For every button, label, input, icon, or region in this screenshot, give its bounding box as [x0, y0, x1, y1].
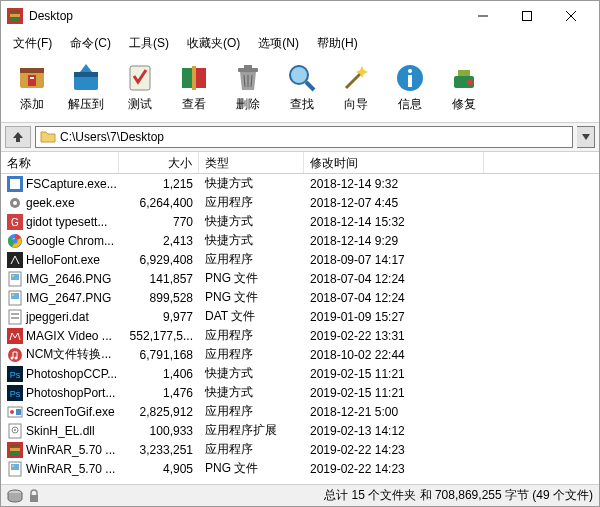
- file-row[interactable]: IMG_2646.PNG141,857PNG 文件2018-07-04 12:2…: [1, 269, 599, 288]
- svg-line-24: [306, 82, 314, 90]
- status-text: 总计 15 个文件夹 和 708,869,255 字节 (49 个文件): [324, 487, 593, 504]
- svg-rect-3: [10, 18, 20, 21]
- svg-text:Ps: Ps: [10, 370, 21, 380]
- file-size: 2,413: [119, 234, 199, 248]
- file-type: 快捷方式: [199, 365, 304, 382]
- file-row[interactable]: Google Chrom...2,413快捷方式2018-12-14 9:29: [1, 231, 599, 250]
- file-list: 名称 大小 类型 修改时间 FSCapture.exe...1,215快捷方式2…: [1, 152, 599, 484]
- maximize-button[interactable]: [505, 2, 549, 30]
- info-button[interactable]: 信息: [385, 57, 435, 118]
- file-date: 2019-02-15 11:21: [304, 367, 484, 381]
- find-button[interactable]: 查找: [277, 57, 327, 118]
- window-title: Desktop: [29, 9, 461, 23]
- file-name: MAGIX Video ...: [26, 329, 112, 343]
- wizard-button[interactable]: 向导: [331, 57, 381, 118]
- file-name: NCM文件转换...: [26, 346, 111, 363]
- col-size[interactable]: 大小: [119, 152, 199, 173]
- file-row[interactable]: FSCapture.exe...1,215快捷方式2018-12-14 9:32: [1, 174, 599, 193]
- svg-point-64: [14, 429, 16, 431]
- svg-rect-43: [11, 274, 19, 280]
- file-date: 2019-02-13 14:12: [304, 424, 484, 438]
- repair-button[interactable]: 修复: [439, 57, 489, 118]
- menu-bar: 文件(F) 命令(C) 工具(S) 收藏夹(O) 选项(N) 帮助(H): [1, 31, 599, 53]
- file-row[interactable]: PsPhotoshopPort...1,476快捷方式2019-02-15 11…: [1, 383, 599, 402]
- file-row[interactable]: ScreenToGif.exe2,825,912应用程序2018-12-21 5…: [1, 402, 599, 421]
- archive-add-icon: [16, 62, 48, 94]
- menu-favorites[interactable]: 收藏夹(O): [179, 33, 248, 51]
- file-row[interactable]: WinRAR_5.70 ...4,905PNG 文件2019-02-22 14:…: [1, 459, 599, 478]
- file-date: 2019-02-22 14:23: [304, 443, 484, 457]
- file-icon: [7, 195, 23, 211]
- file-icon: [7, 233, 23, 249]
- svg-rect-46: [11, 293, 19, 299]
- file-date: 2018-07-04 12:24: [304, 272, 484, 286]
- test-label: 测试: [128, 96, 152, 113]
- col-date[interactable]: 修改时间: [304, 152, 484, 173]
- close-button[interactable]: [549, 2, 593, 30]
- file-name: ScreenToGif.exe: [26, 405, 115, 419]
- file-size: 4,905: [119, 462, 199, 476]
- file-icon: [7, 461, 23, 477]
- path-dropdown-button[interactable]: [577, 126, 595, 148]
- file-date: 2019-02-22 13:31: [304, 329, 484, 343]
- file-row[interactable]: IMG_2647.PNG899,528PNG 文件2018-07-04 12:2…: [1, 288, 599, 307]
- svg-point-54: [15, 356, 18, 359]
- file-name: WinRAR_5.70 ...: [26, 462, 115, 476]
- menu-help[interactable]: 帮助(H): [309, 33, 366, 51]
- svg-rect-28: [408, 75, 412, 87]
- file-size: 6,264,400: [119, 196, 199, 210]
- minimize-button[interactable]: [461, 2, 505, 30]
- col-name[interactable]: 名称: [1, 152, 119, 173]
- svg-point-60: [10, 410, 14, 414]
- add-button[interactable]: 添加: [7, 57, 57, 118]
- extract-button[interactable]: 解压到: [61, 57, 111, 118]
- view-icon: [178, 62, 210, 94]
- file-size: 3,233,251: [119, 443, 199, 457]
- file-row[interactable]: SkinH_EL.dll100,933应用程序扩展2019-02-13 14:1…: [1, 421, 599, 440]
- file-name: jpeggeri.dat: [26, 310, 89, 324]
- file-name: PhotoshopPort...: [26, 386, 115, 400]
- file-row[interactable]: jpeggeri.dat9,977DAT 文件2019-01-09 15:27: [1, 307, 599, 326]
- svg-point-27: [408, 69, 412, 73]
- file-size: 100,933: [119, 424, 199, 438]
- file-size: 6,791,168: [119, 348, 199, 362]
- test-button[interactable]: 测试: [115, 57, 165, 118]
- file-row[interactable]: Ggidot typesett...770快捷方式2018-12-14 15:3…: [1, 212, 599, 231]
- file-row[interactable]: NCM文件转换...6,791,168应用程序2018-10-02 22:44: [1, 345, 599, 364]
- file-size: 770: [119, 215, 199, 229]
- menu-tools[interactable]: 工具(S): [121, 33, 177, 51]
- view-button[interactable]: 查看: [169, 57, 219, 118]
- trash-icon: [232, 62, 264, 94]
- wizard-icon: [340, 62, 372, 94]
- file-size: 9,977: [119, 310, 199, 324]
- path-field[interactable]: C:\Users\7\Desktop: [35, 126, 573, 148]
- svg-rect-61: [16, 409, 21, 415]
- find-label: 查找: [290, 96, 314, 113]
- menu-file[interactable]: 文件(F): [5, 33, 60, 51]
- file-row[interactable]: WinRAR_5.70 ...3,233,251应用程序2019-02-22 1…: [1, 440, 599, 459]
- file-date: 2019-02-22 14:23: [304, 462, 484, 476]
- file-name: IMG_2647.PNG: [26, 291, 111, 305]
- view-label: 查看: [182, 96, 206, 113]
- menu-options[interactable]: 选项(N): [250, 33, 307, 51]
- file-name: gidot typesett...: [26, 215, 107, 229]
- svg-line-25: [346, 72, 362, 88]
- menu-command[interactable]: 命令(C): [62, 33, 119, 51]
- file-rows[interactable]: FSCapture.exe...1,215快捷方式2018-12-14 9:32…: [1, 174, 599, 484]
- file-row[interactable]: geek.exe6,264,400应用程序2018-12-07 4:45: [1, 193, 599, 212]
- file-row[interactable]: MAGIX Video ...552,177,5...应用程序2019-02-2…: [1, 326, 599, 345]
- delete-button[interactable]: 删除: [223, 57, 273, 118]
- file-row[interactable]: HelloFont.exe6,929,408应用程序2018-09-07 14:…: [1, 250, 599, 269]
- file-date: 2018-09-07 14:17: [304, 253, 484, 267]
- lock-icon: [27, 489, 41, 503]
- svg-point-44: [12, 275, 14, 277]
- file-icon: [7, 176, 23, 192]
- svg-rect-13: [74, 72, 98, 77]
- file-date: 2018-12-14 9:29: [304, 234, 484, 248]
- svg-rect-41: [7, 252, 23, 268]
- col-type[interactable]: 类型: [199, 152, 304, 173]
- svg-text:Ps: Ps: [10, 389, 21, 399]
- file-size: 1,406: [119, 367, 199, 381]
- file-row[interactable]: PsPhotoshopCCP...1,406快捷方式2019-02-15 11:…: [1, 364, 599, 383]
- up-button[interactable]: [5, 126, 31, 148]
